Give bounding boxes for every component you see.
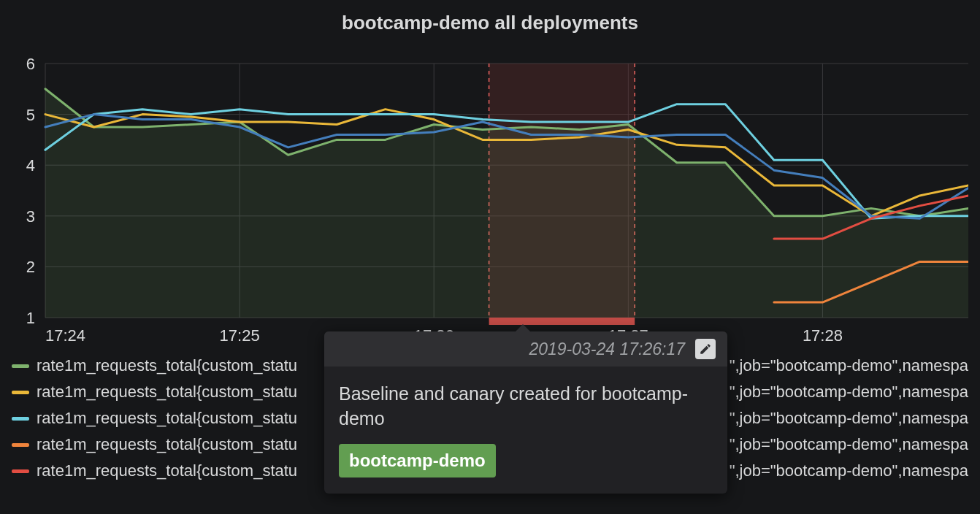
edit-icon[interactable] — [695, 339, 716, 359]
legend-label-suffix: ",job="bootcamp-demo",namespa — [730, 379, 968, 405]
legend-label-suffix: ",job="bootcamp-demo",namespa — [730, 431, 968, 458]
legend-color-swatch — [12, 391, 29, 394]
tooltip-header: 2019-03-24 17:26:17 — [324, 331, 727, 367]
legend-color-swatch — [12, 469, 29, 473]
tooltip-timestamp: 2019-03-24 17:26:17 — [529, 340, 685, 359]
legend-label-suffix: ",job="bootcamp-demo",namespa — [730, 458, 968, 484]
annotation-tooltip: 2019-03-24 17:26:17 Baseline and canary … — [324, 331, 727, 494]
legend-color-swatch — [12, 417, 29, 421]
legend-color-swatch — [12, 364, 29, 368]
timeseries-chart[interactable]: 12345617:2417:2517:2617:2717:28 — [12, 45, 968, 348]
panel: bootcamp-demo all deployments 12345617:2… — [0, 0, 980, 514]
svg-text:17:24: 17:24 — [45, 326, 85, 345]
legend-label-suffix: ",job="bootcamp-demo",namespa — [730, 405, 968, 431]
svg-text:17:28: 17:28 — [803, 326, 843, 345]
legend-label-suffix: ",job="bootcamp-demo",namespa — [730, 353, 968, 379]
svg-text:4: 4 — [26, 156, 35, 174]
svg-text:17:25: 17:25 — [220, 326, 260, 345]
svg-text:1: 1 — [26, 309, 35, 327]
svg-text:5: 5 — [26, 106, 35, 124]
chart-area[interactable]: 12345617:2417:2517:2617:2717:28 — [12, 45, 968, 348]
tooltip-tag[interactable]: bootcamp-demo — [339, 444, 496, 477]
svg-text:3: 3 — [26, 207, 35, 226]
tooltip-body: Baseline and canary created for bootcamp… — [324, 367, 727, 494]
tooltip-arrow — [514, 324, 532, 333]
svg-text:2: 2 — [26, 258, 35, 276]
legend-color-swatch — [12, 443, 29, 447]
svg-text:6: 6 — [26, 55, 35, 73]
svg-rect-25 — [489, 318, 635, 325]
tooltip-message: Baseline and canary created for bootcamp… — [339, 381, 713, 431]
panel-title: bootcamp-demo all deployments — [12, 12, 968, 34]
